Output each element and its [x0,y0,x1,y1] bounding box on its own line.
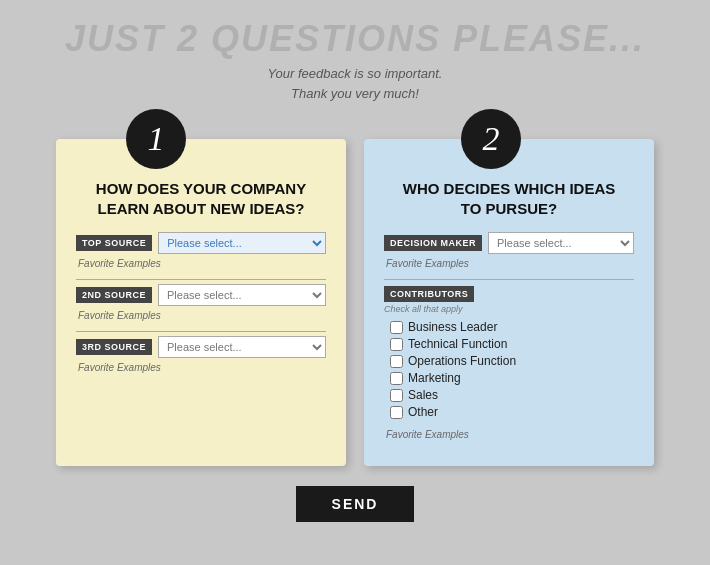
checkbox-other-input[interactable] [390,406,403,419]
top-source-select[interactable]: Please select... [158,232,326,254]
decision-maker-label: DECISION MAKER [384,235,482,251]
checkbox-technical-function[interactable]: Technical Function [390,337,634,351]
third-source-favorite: Favorite Examples [76,362,326,373]
checkbox-operations-function[interactable]: Operations Function [390,354,634,368]
decision-maker-favorite: Favorite Examples [384,258,634,269]
second-source-favorite: Favorite Examples [76,310,326,321]
question1-card: HOW DOES YOUR COMPANY LEARN ABOUT NEW ID… [56,139,346,466]
checkbox-sales-input[interactable] [390,389,403,402]
question1-number-circle: 1 [126,109,186,169]
checkbox-business-leader[interactable]: Business Leader [390,320,634,334]
page-title: JUST 2 QUESTIONS PLEASE... [65,18,645,60]
contributors-checkboxes: Business Leader Technical Function Opera… [384,320,634,419]
checkbox-other[interactable]: Other [390,405,634,419]
checkbox-sales[interactable]: Sales [390,388,634,402]
top-source-row: TOP SOURCE Please select... [76,232,326,254]
subtitle: Your feedback is so important. Thank you… [268,64,443,103]
checkbox-operations-function-input[interactable] [390,355,403,368]
decision-maker-select[interactable]: Please select... [488,232,634,254]
contributors-label-col: CONTRIBUTORS Check all that apply [384,286,474,314]
checkbox-business-leader-input[interactable] [390,321,403,334]
send-button[interactable]: SEND [296,486,415,522]
third-source-row: 3RD SOURCE Please select... [76,336,326,358]
checkbox-marketing[interactable]: Marketing [390,371,634,385]
cards-row: HOW DOES YOUR COMPANY LEARN ABOUT NEW ID… [56,139,654,466]
contributors-row: CONTRIBUTORS Check all that apply [384,286,634,314]
send-button-row: SEND [296,486,415,522]
top-source-favorite: Favorite Examples [76,258,326,269]
question1-title: HOW DOES YOUR COMPANY LEARN ABOUT NEW ID… [76,179,326,218]
decision-maker-row: DECISION MAKER Please select... [384,232,634,254]
third-source-select[interactable]: Please select... [158,336,326,358]
second-source-select[interactable]: Please select... [158,284,326,306]
contributors-hint: Check all that apply [384,304,463,314]
second-source-label: 2ND SOURCE [76,287,152,303]
second-source-row: 2ND SOURCE Please select... [76,284,326,306]
checkbox-marketing-input[interactable] [390,372,403,385]
question2-card: WHO DECIDES WHICH IDEAS TO PURSUE? DECIS… [364,139,654,466]
third-source-label: 3RD SOURCE [76,339,152,355]
cards-container: 1 2 HOW DOES YOUR COMPANY LEARN ABOUT NE… [56,139,654,466]
question2-title: WHO DECIDES WHICH IDEAS TO PURSUE? [384,179,634,218]
contributors-favorite: Favorite Examples [384,429,634,440]
top-source-label: TOP SOURCE [76,235,152,251]
question2-number-circle: 2 [461,109,521,169]
contributors-label: CONTRIBUTORS [384,286,474,302]
checkbox-technical-function-input[interactable] [390,338,403,351]
